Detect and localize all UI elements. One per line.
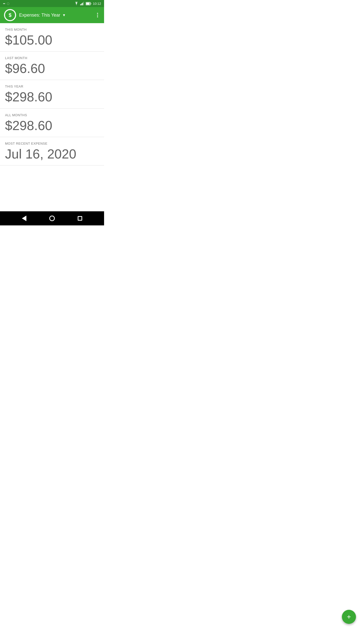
svg-rect-3 [83,2,84,5]
dropdown-arrow-icon: ▼ [62,13,66,17]
more-dot-1 [97,13,98,14]
status-time: 10:12 [93,2,101,6]
svg-rect-0 [80,4,81,5]
more-menu-button[interactable] [95,11,100,19]
stat-section-this-year: THIS YEAR$298.60 [0,80,104,108]
nav-bar [0,211,104,225]
svg-rect-1 [81,4,82,5]
sync-icon: ◌ [7,2,9,5]
stat-value-most-recent-expense: Jul 16, 2020 [5,147,99,161]
stat-section-this-month: THIS MONTH$105.00 [0,23,104,52]
stat-value-last-month: $96.60 [5,61,99,76]
status-bar: ▪▪ ◌ 10:12 [0,0,104,7]
home-button[interactable] [47,213,58,224]
stat-label-last-month: LAST MONTH [5,56,99,60]
toolbar-title-area[interactable]: Expenses: This Year ▼ [19,13,92,18]
stat-label-all-months: ALL MONTHS [5,113,99,117]
stat-label-this-month: THIS MONTH [5,28,99,31]
back-icon [22,216,26,221]
status-bar-right: 10:12 [74,2,101,6]
sim-icon: ▪▪ [3,2,5,5]
home-icon [49,216,55,221]
app-logo-inner: $ [5,10,16,21]
stat-section-last-month: LAST MONTH$96.60 [0,52,104,80]
stat-label-most-recent-expense: MOST RECENT EXPENSE [5,142,99,145]
battery-icon [86,2,91,5]
toolbar: $ Expenses: This Year ▼ [0,7,104,23]
stat-value-all-months: $298.60 [5,118,99,133]
recents-icon [78,216,82,221]
back-button[interactable] [19,213,30,224]
stat-value-this-month: $105.00 [5,33,99,47]
more-dot-3 [97,16,98,17]
stat-value-this-year: $298.60 [5,90,99,104]
stat-section-all-months: ALL MONTHS$298.60 [0,109,104,137]
recents-button[interactable] [74,213,85,224]
more-dot-2 [97,15,98,16]
svg-rect-5 [91,3,91,4]
svg-rect-6 [86,3,90,5]
stat-section-most-recent-expense: MOST RECENT EXPENSEJul 16, 2020 [0,137,104,166]
status-bar-left: ▪▪ ◌ [3,2,9,5]
stat-label-this-year: THIS YEAR [5,85,99,88]
svg-rect-2 [82,3,83,5]
toolbar-title: Expenses: This Year [19,13,60,18]
content-area: THIS MONTH$105.00LAST MONTH$96.60THIS YE… [0,23,104,211]
dollar-sign-icon: $ [9,12,11,18]
signal-icon [80,2,84,5]
wifi-icon [74,2,79,5]
app-logo: $ [4,9,16,21]
